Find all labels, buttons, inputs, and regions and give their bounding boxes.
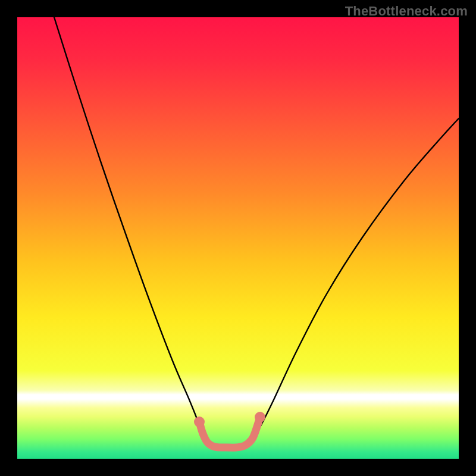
valley-marker-dot-right — [255, 412, 265, 422]
watermark-text: TheBottleneck.com — [345, 4, 468, 19]
chart-frame: TheBottleneck.com — [0, 0, 476, 476]
gradient-background — [17, 17, 459, 459]
bottleneck-plot — [17, 17, 459, 459]
valley-marker-dot-left — [194, 416, 205, 427]
